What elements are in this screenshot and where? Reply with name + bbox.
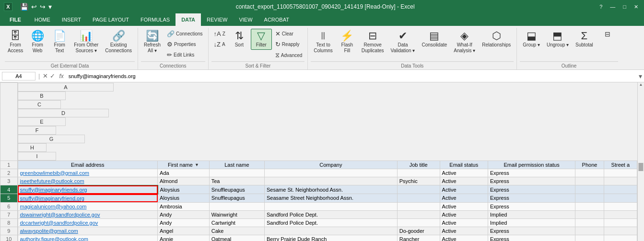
tab-review[interactable]: REVIEW [201, 13, 233, 26]
text-to-columns-button[interactable]: ⫴ Text toColumns [311, 29, 335, 56]
cell-e10[interactable]: Rancher [397, 235, 440, 241]
cell-e5[interactable] [397, 194, 440, 203]
cell-g4[interactable]: Express [488, 185, 575, 194]
consolidate-button[interactable]: ▤ Consolidate [419, 29, 450, 50]
col-header-c[interactable]: C [18, 100, 61, 109]
refresh-all-button[interactable]: 🔄 RefreshAll ▾ [141, 29, 164, 56]
minimize-button[interactable]: — [608, 3, 617, 11]
col-header-a[interactable]: A [18, 83, 114, 92]
cell-e7[interactable] [397, 210, 440, 218]
group-button[interactable]: ⬓ Group ▾ [520, 29, 543, 50]
cell-a5[interactable]: snuffy@imaginaryfriend.org [18, 194, 158, 203]
ungroup-button[interactable]: ⬒ Ungroup ▾ [544, 29, 572, 50]
customize-quick-access[interactable]: ▾ [47, 2, 53, 11]
cell-g2[interactable]: Express [488, 169, 575, 177]
sort-az-button[interactable]: ↑A Z [211, 29, 228, 39]
confirm-icon[interactable]: ✓ [50, 72, 55, 80]
cell-f5[interactable]: Active [440, 194, 488, 203]
cell-c4[interactable]: Snuffleupagus [209, 185, 264, 194]
cell-h4[interactable] [575, 185, 604, 194]
data-validation-button[interactable]: ✔ DataValidation ▾ [388, 29, 418, 56]
cell-e1[interactable]: Job title [397, 161, 440, 169]
cell-d1[interactable]: Company [264, 161, 397, 169]
cell-f10[interactable]: Active [440, 235, 488, 241]
cell-a8[interactable]: dccartwright@sandfordpolice.gov [18, 218, 158, 227]
col-header-i[interactable]: I [18, 152, 56, 161]
cell-c10[interactable]: Oatmeal [209, 235, 264, 241]
cell-b1[interactable]: First name ▼ [158, 161, 210, 169]
flash-fill-button[interactable]: ⚡ FlashFill [337, 29, 358, 56]
col-header-e[interactable]: E [18, 117, 66, 126]
cell-d5[interactable]: Seasame Street Neighborhood Assn. [264, 194, 397, 203]
cell-i6[interactable] [604, 202, 637, 210]
cell-c3[interactable]: Tea [209, 177, 264, 185]
cell-a1[interactable]: Email address [18, 161, 158, 169]
cell-i4[interactable] [604, 185, 637, 194]
cell-c7[interactable]: Wainwright [209, 210, 264, 218]
connections-button[interactable]: 🔗 Connections [164, 29, 205, 39]
from-access-button[interactable]: 🗄 FromAccess [5, 29, 26, 56]
cell-b10[interactable]: Annie [158, 235, 210, 241]
cell-f6[interactable]: Active [440, 202, 488, 210]
existing-connections-button[interactable]: 🔗 ExistingConnections [102, 29, 135, 56]
cell-b5[interactable]: Aloysius [158, 194, 210, 203]
formula-expand-button[interactable]: ▾ [639, 72, 642, 80]
cell-i2[interactable] [604, 169, 637, 177]
vertical-scrollbar[interactable]: ▲ █ ▼ [637, 82, 644, 241]
cell-a9[interactable]: alwayspolite@gmail.com [18, 227, 158, 235]
cell-i1[interactable]: Street a [604, 161, 637, 169]
cell-g3[interactable]: Express [488, 177, 575, 185]
cell-f8[interactable]: Active [440, 218, 488, 227]
col-header-h[interactable]: H [18, 143, 47, 152]
cell-h10[interactable] [575, 235, 604, 241]
cell-a6[interactable]: magicalunicorn@yahoo.com [18, 202, 158, 210]
tab-page-layout[interactable]: PAGE LAYOUT [87, 13, 135, 26]
close-button[interactable]: ✕ [632, 3, 640, 11]
cell-h8[interactable] [575, 218, 604, 227]
scroll-thumb[interactable]: █ [639, 163, 644, 171]
from-web-button[interactable]: 🌐 FromWeb [27, 29, 48, 56]
cell-a10[interactable]: authority.figure@outlook.com [18, 235, 158, 241]
cell-g8[interactable]: Implied [488, 218, 575, 227]
cell-b6[interactable]: Ambrosia [158, 202, 210, 210]
col-header-d[interactable]: D [18, 109, 109, 117]
filter-button[interactable]: ▽ Filter [251, 29, 272, 50]
cell-f9[interactable]: Active [440, 227, 488, 235]
scroll-up-arrow[interactable]: ▲ [639, 82, 643, 87]
cell-d8[interactable]: Sandford Police Dept. [264, 218, 397, 227]
advanced-button[interactable]: ⧖ Advanced [273, 50, 304, 60]
cell-h3[interactable] [575, 177, 604, 185]
cell-d9[interactable] [264, 227, 397, 235]
sort-za-button[interactable]: ↓Z A [211, 39, 228, 49]
cell-g10[interactable]: Express [488, 235, 575, 241]
restore-button[interactable]: □ [621, 3, 628, 11]
cell-i8[interactable] [604, 218, 637, 227]
tab-file[interactable]: FILE [2, 13, 29, 26]
cell-a4[interactable]: snuffy@imaginaryfriends.org [18, 185, 158, 194]
tab-data[interactable]: DATA [176, 13, 201, 26]
cell-i9[interactable] [604, 227, 637, 235]
tab-acrobat[interactable]: ACROBAT [258, 13, 295, 26]
cell-e3[interactable]: Psychic [397, 177, 440, 185]
cell-g6[interactable]: Express [488, 202, 575, 210]
cell-a7[interactable]: dswainwright@sandfordpolice.gov [18, 210, 158, 218]
cell-i3[interactable] [604, 177, 637, 185]
redo-button[interactable]: ↪ [39, 2, 47, 11]
cancel-icon[interactable]: ✕ [43, 72, 48, 80]
filter-dropdown-icon[interactable]: ▼ [195, 162, 199, 167]
cell-d6[interactable] [264, 202, 397, 210]
outline-expand-button[interactable]: ⊟ [597, 29, 618, 39]
cell-b3[interactable]: Almond [158, 177, 210, 185]
cell-h5[interactable] [575, 194, 604, 203]
cell-e6[interactable] [397, 202, 440, 210]
from-text-button[interactable]: 📄 FromText [49, 29, 70, 56]
cell-g5[interactable]: Express [488, 194, 575, 203]
cell-h1[interactable]: Phone [575, 161, 604, 169]
what-if-button[interactable]: ◈ What-IfAnalysis ▾ [451, 29, 478, 56]
cell-f2[interactable]: Active [440, 169, 488, 177]
sort-button[interactable]: ⇅ Sort [229, 29, 250, 50]
name-box[interactable]: A4 [2, 72, 35, 80]
cell-c5[interactable]: Snuffleupagus [209, 194, 264, 203]
edit-links-button[interactable]: ✏ Edit Links [164, 50, 205, 60]
cell-b8[interactable]: Andy [158, 218, 210, 227]
